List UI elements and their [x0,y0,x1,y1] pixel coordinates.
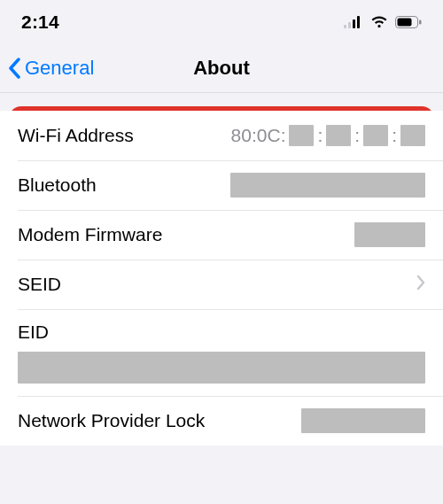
row-modem-firmware[interactable]: Modem Firmware [0,210,443,260]
row-seid[interactable]: SEID [0,260,443,309]
status-bar: 2:14 [0,0,443,44]
signal-icon [344,16,363,28]
redacted-value [354,222,425,247]
svg-rect-3 [357,16,360,28]
svg-rect-1 [348,22,351,28]
svg-rect-2 [353,19,355,28]
row-network-provider-lock[interactable]: Network Provider Lock [0,396,443,446]
nav-bar: General About [0,44,443,93]
status-time: 2:14 [21,12,59,33]
redacted-value [18,352,425,384]
row-bluetooth[interactable]: Bluetooth [0,160,443,210]
row-label: Modem Firmware [18,224,162,245]
redacted-segment [400,125,425,146]
svg-rect-0 [344,25,346,28]
battery-icon [395,16,422,28]
chevron-right-icon [416,275,425,294]
redacted-segment [363,125,388,146]
status-icons [344,16,422,28]
wifi-icon [370,16,388,28]
svg-rect-6 [419,20,422,25]
redacted-segment [326,125,351,146]
row-label: EID [18,322,425,343]
back-label: General [25,57,94,80]
chevron-left-icon [7,58,21,79]
row-label: SEID [18,274,61,295]
back-button[interactable]: General [7,57,94,80]
row-wifi-address[interactable]: Wi-Fi Address 80:0C: : : : [0,111,443,160]
redacted-value [230,173,425,198]
row-label: Bluetooth [18,174,97,196]
redacted-value [301,408,425,433]
svg-rect-5 [398,19,412,27]
row-label: Network Provider Lock [18,410,205,431]
wifi-address-value: 80:0C: : : : [231,125,425,146]
row-eid[interactable]: EID [0,309,443,396]
redacted-segment [289,125,314,146]
row-label: Wi-Fi Address [18,125,134,146]
settings-list: Wi-Fi Address 80:0C: : : : Bluetooth Mod… [0,111,443,446]
